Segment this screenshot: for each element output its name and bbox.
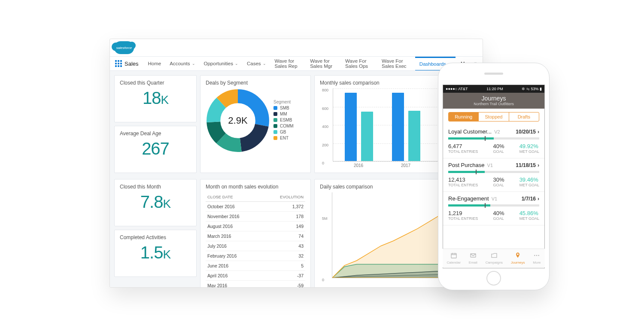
table-row[interactable]: November 2016178 bbox=[206, 212, 305, 222]
donut-chart: 2.9K bbox=[206, 88, 270, 153]
chart-deals-by-segment[interactable]: Deals by Segment 2.9K Segment SMBMMESMBC… bbox=[200, 75, 311, 173]
kpi-value: 1.5K bbox=[120, 243, 191, 262]
main-nav: Sales HomeAccounts⌄Opportunities⌄Cases⌄W… bbox=[110, 56, 483, 71]
app-name: Sales bbox=[125, 61, 139, 67]
table-row[interactable]: June 20165 bbox=[206, 261, 305, 271]
legend-swatch bbox=[273, 118, 277, 122]
kpi-value: 267 bbox=[120, 139, 191, 158]
kpi-completed-activities[interactable]: Completed Activities 1.5K bbox=[114, 230, 197, 277]
nav-item-wave-for-sales-exec[interactable]: Wave For Sales Exec bbox=[377, 57, 415, 70]
tab-email[interactable]: Email bbox=[469, 252, 477, 264]
legend-swatch bbox=[273, 124, 277, 128]
calendar-icon bbox=[450, 252, 457, 260]
table-row[interactable]: August 2016149 bbox=[206, 222, 305, 231]
seg-drafts[interactable]: Drafts bbox=[509, 112, 539, 121]
table-row[interactable]: March 201674 bbox=[206, 231, 305, 241]
nav-item-wave-for-sales-rep[interactable]: Wave for Sales Rep bbox=[270, 57, 306, 70]
dashboard-grid: Closed this Quarter 18K Average Deal Age… bbox=[110, 71, 483, 287]
table-row[interactable]: April 2016-37 bbox=[206, 271, 305, 281]
tab-bar: CalendarEmailCampaignsJourneysMore bbox=[443, 249, 545, 267]
chevron-down-icon: ⌄ bbox=[263, 61, 266, 66]
evolution-table: CLOSE DATEEVOLUTION October 20161,372Nov… bbox=[206, 192, 305, 287]
journey-row[interactable]: Post PurchaseV1 11/18/15 › 12,413TOTAL E… bbox=[443, 158, 544, 192]
logo-bar: salesforce bbox=[110, 39, 483, 56]
nav-item-accounts[interactable]: Accounts⌄ bbox=[165, 57, 199, 70]
app-launcher[interactable]: Sales bbox=[110, 57, 144, 70]
tab-more[interactable]: More bbox=[533, 252, 541, 264]
legend-swatch bbox=[273, 136, 277, 140]
chevron-right-icon: › bbox=[538, 196, 539, 202]
phone-mockup: ●●●●○ AT&T 11:20 PM ✽ ⇋ 53% ▮ Journeys N… bbox=[438, 63, 550, 290]
journey-row[interactable]: Loyal Customer...V2 10/20/15 › 6,477TOTA… bbox=[443, 125, 544, 158]
kpi-closed-quarter[interactable]: Closed this Quarter 18K bbox=[114, 75, 197, 122]
salesforce-logo: salesforce bbox=[114, 41, 134, 54]
kpi-avg-deal-age[interactable]: Average Deal Age 267 bbox=[114, 126, 197, 173]
progress-bar bbox=[448, 171, 539, 173]
legend-swatch bbox=[273, 112, 277, 116]
table-row[interactable]: May 2016-59 bbox=[206, 281, 305, 288]
table-row[interactable]: October 20161,372 bbox=[206, 202, 305, 212]
svg-point-9 bbox=[536, 255, 538, 256]
desktop-window: salesforce Sales HomeAccounts⌄Opportunit… bbox=[109, 39, 483, 288]
chevron-right-icon: › bbox=[538, 129, 539, 135]
journeys-icon bbox=[514, 252, 521, 260]
phone-screen: ●●●●○ AT&T 11:20 PM ✽ ⇋ 53% ▮ Journeys N… bbox=[443, 85, 545, 268]
table-sales-evolution[interactable]: Month on month sales evolution CLOSE DAT… bbox=[200, 179, 311, 287]
table-row[interactable]: February 201632 bbox=[206, 251, 305, 261]
legend-swatch bbox=[273, 106, 277, 110]
home-button[interactable] bbox=[486, 271, 501, 286]
journey-row[interactable]: Re-EngagementV1 1/7/16 › 1,219TOTAL ENTR… bbox=[443, 192, 544, 225]
kpi-value: 7.8K bbox=[120, 192, 191, 212]
progress-bar bbox=[448, 204, 539, 207]
svg-point-10 bbox=[538, 255, 540, 256]
seg-running[interactable]: Running bbox=[449, 112, 478, 121]
nav-item-opportunities[interactable]: Opportunities⌄ bbox=[200, 57, 243, 70]
chevron-down-icon: ⌄ bbox=[235, 61, 238, 66]
status-bar: ●●●●○ AT&T 11:20 PM ✽ ⇋ 53% ▮ bbox=[443, 85, 544, 93]
chevron-down-icon: ⌄ bbox=[192, 61, 195, 66]
table-row[interactable]: July 201643 bbox=[206, 241, 305, 251]
donut-legend: Segment SMBMMESMBCOMMGBENT bbox=[273, 100, 294, 142]
nav-item-wave-for-sales-ops[interactable]: Wave For Sales Ops bbox=[341, 57, 377, 70]
kpi-value: 18K bbox=[120, 88, 191, 108]
tab-journeys[interactable]: Journeys bbox=[511, 252, 525, 264]
campaigns-icon bbox=[491, 252, 498, 260]
phone-speaker bbox=[484, 73, 503, 75]
svg-point-8 bbox=[534, 255, 535, 256]
email-icon bbox=[470, 252, 477, 260]
tab-calendar[interactable]: Calendar bbox=[447, 252, 460, 264]
progress-bar bbox=[448, 137, 539, 140]
segmented-control[interactable]: Running Stopped Drafts bbox=[448, 112, 539, 122]
tab-campaigns[interactable]: Campaigns bbox=[486, 252, 503, 264]
more-icon bbox=[533, 252, 540, 260]
legend-swatch bbox=[273, 130, 277, 134]
chevron-right-icon: › bbox=[538, 162, 539, 168]
nav-item-wave-for-sales-mgr[interactable]: Wave for Sales Mgr bbox=[306, 57, 341, 70]
app-header: Journeys Northern Trail Outfitters bbox=[443, 93, 544, 109]
nav-item-cases[interactable]: Cases⌄ bbox=[243, 57, 270, 70]
seg-stopped[interactable]: Stopped bbox=[478, 112, 508, 121]
svg-rect-6 bbox=[451, 253, 456, 258]
nav-item-home[interactable]: Home bbox=[144, 57, 166, 70]
app-launcher-icon bbox=[115, 60, 122, 67]
kpi-closed-month[interactable]: Closed this Month 7.8K bbox=[114, 179, 197, 226]
